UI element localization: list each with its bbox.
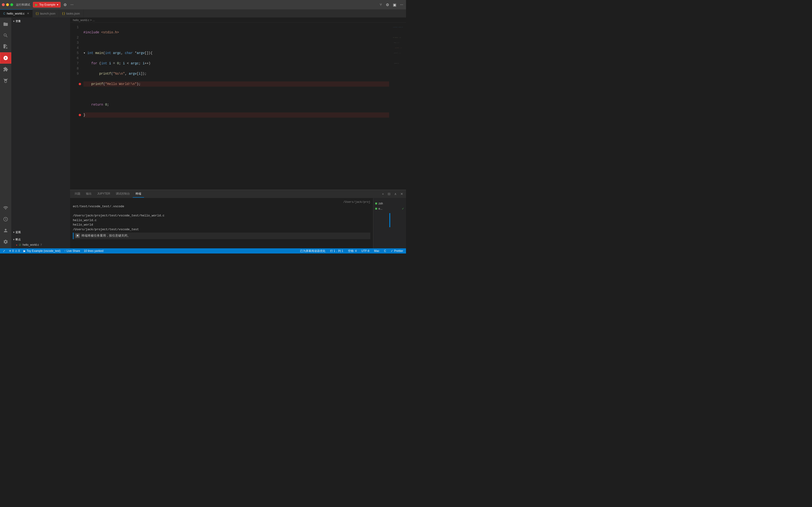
warning-asterisk-icon: ✱ [75, 233, 80, 238]
terminal-zsh-item[interactable]: zsh [373, 201, 406, 206]
activity-search[interactable] [0, 30, 11, 41]
variables-label: 变量 [15, 19, 21, 23]
activity-run-debug[interactable] [0, 52, 11, 64]
prettier-label: Prettier [394, 249, 403, 252]
code-line-8: return 0; [84, 102, 389, 107]
variables-section: ▾ 变量 [11, 17, 70, 25]
terminal-line-3: /Users/jack/project/test/vscode_test/hel… [73, 213, 370, 218]
activity-extensions[interactable] [0, 64, 11, 75]
split-terminal-icon[interactable]: ⊟ [387, 191, 392, 196]
tab-launch-json-label: launch.json [40, 12, 55, 15]
variables-header[interactable]: ▾ 变量 [11, 18, 70, 24]
more-icon[interactable]: ··· [399, 2, 404, 8]
tab-tasks-json-label: tasks.json [66, 12, 80, 15]
run-debug-label: 运行和调试 [16, 3, 30, 7]
minimap: #include <stdio.h> int main(...){ for(..… [392, 23, 406, 190]
terminal-path-right: /Users/jack/proj [73, 200, 370, 204]
panel-tab-output[interactable]: 输出 [83, 190, 94, 198]
watch-section: ▾ 监视 [11, 229, 70, 236]
activity-account[interactable] [0, 225, 11, 236]
close-traffic-light[interactable] [2, 3, 5, 6]
code-line-5: printf("%s\n", argv[i]); [84, 71, 389, 76]
tab-hello-world-c[interactable]: C hello_world.c ✕ [0, 9, 33, 17]
activity-monitor[interactable] [0, 202, 11, 214]
watch-header[interactable]: ▾ 监视 [11, 230, 70, 235]
activity-explorer[interactable] [0, 18, 11, 30]
more-options-icon[interactable]: ··· [69, 2, 74, 8]
status-screen-reader[interactable]: 已为屏幕阅读器优化 [299, 249, 326, 253]
terminal-line-4: hello_world.c [73, 218, 370, 223]
status-encoding[interactable]: UTF-8 [360, 249, 370, 252]
status-live-share[interactable]: ↑ Live Share [63, 249, 81, 252]
breakpoint-dot-9 [79, 114, 81, 116]
breadcrumb-path: hello_world.c > ... [73, 18, 95, 22]
screen-reader-label: 已为屏幕阅读器优化 [300, 249, 325, 253]
terminal-line-6: /Users/jack/project/test/vscode_test [73, 227, 370, 232]
activity-source2[interactable] [0, 214, 11, 225]
main-layout: ▾ 变量 ▾ 监视 ▾ 断点 ● ☑ hello_world.c 7 [0, 17, 406, 248]
terminal-sidebar: zsh e... ✓ [373, 198, 406, 248]
activity-source-control[interactable] [0, 41, 11, 52]
encoding-label: UTF-8 [361, 249, 369, 252]
panel-tab-problems[interactable]: 问题 [72, 190, 83, 198]
c-file-icon: C [3, 12, 5, 15]
breakpoint-filename: hello_world.c [22, 243, 39, 246]
terminal-check-icon: ✓ [402, 207, 404, 210]
terminal-area: /Users/jack/proj ect/test/vscode_test/.v… [70, 198, 406, 248]
maximize-traffic-light[interactable] [10, 3, 13, 6]
settings-icon[interactable]: ⚙ [385, 2, 390, 8]
status-language[interactable]: C [383, 249, 387, 252]
position-label: 行 1，列 1 [330, 249, 343, 253]
minimize-traffic-light[interactable] [6, 3, 9, 6]
activity-test[interactable] [0, 75, 11, 86]
terminal-e-label: e... [378, 207, 383, 210]
panel-tab-jupyter[interactable]: JUPYTER [94, 190, 113, 197]
json-file-icon-2: { } [62, 12, 65, 15]
title-bar-left: 运行和调试 ▶ Toy Example ▾ ⚙ ··· [2, 2, 74, 8]
warning-icon: ⚠ [15, 249, 17, 252]
activity-settings[interactable] [0, 236, 11, 247]
code-editor[interactable]: 1 2 3 4 5 6 7 8 9 #include <stdio.h> ▾ i… [70, 23, 406, 190]
live-share-label: Live Share [66, 249, 80, 252]
terminal-zsh-label: zsh [378, 202, 383, 205]
svg-point-0 [6, 47, 7, 49]
branch-icon[interactable]: ⑂ [379, 2, 383, 8]
close-panel-icon[interactable]: ✕ [399, 191, 404, 196]
variables-chevron: ▾ [13, 20, 14, 22]
editor-area: hello_world.c > ... 1 2 3 4 5 6 7 8 9 #i… [70, 17, 406, 248]
maximize-panel-icon[interactable]: ∧ [393, 191, 398, 196]
terminal-e-item[interactable]: e... ✓ [373, 206, 406, 211]
json-file-icon: { } [36, 12, 39, 15]
settings-gear-icon[interactable]: ⚙ [62, 2, 68, 8]
terminal-sidebar-header [373, 199, 406, 201]
panel-tab-debug-console[interactable]: 调试控制台 [113, 190, 133, 198]
breakpoints-header[interactable]: ▾ 断点 [11, 237, 70, 242]
panel-tab-terminal[interactable]: 终端 [133, 190, 144, 198]
code-line-3: ▾ int main(int argc, char *argv[]){ [84, 50, 389, 56]
terminal-warning-text: 终端将被任务重用，按任意键关闭。 [82, 233, 131, 238]
status-eol[interactable]: Mac [373, 249, 380, 252]
layout-icon[interactable]: ▣ [392, 2, 397, 8]
tab-close-icon[interactable]: ✕ [27, 12, 29, 15]
status-remote[interactable]: ⤤ [2, 249, 6, 252]
status-toy-example[interactable]: ▶ Toy Example (vscode_test) [22, 249, 61, 252]
run-config-button[interactable]: ▶ Toy Example ▾ [33, 2, 61, 7]
add-terminal-icon[interactable]: + [381, 191, 385, 196]
status-position[interactable]: 行 1，列 1 [329, 249, 344, 253]
terminal-dot [375, 203, 377, 205]
error-icon: ✕ [9, 249, 11, 252]
breakpoint-item[interactable]: ● ☑ hello_world.c 7 [11, 242, 70, 247]
status-prettier[interactable]: ✓ Prettier [390, 249, 404, 252]
terminal-main[interactable]: /Users/jack/proj ect/test/vscode_test/.v… [70, 198, 373, 248]
tab-launch-json[interactable]: { } launch.json [33, 9, 59, 17]
terminal-line-5: hello_world [73, 223, 370, 227]
status-errors[interactable]: ✕ 0 ⚠ 0 [8, 249, 21, 252]
breakpoint-line: 7 [40, 243, 42, 246]
code-content[interactable]: #include <stdio.h> ▾ int main(int argc, … [81, 23, 392, 190]
terminal-line-1: ect/test/vscode_test/.vscode [73, 204, 370, 209]
terminal-scrollbar[interactable] [389, 213, 390, 227]
tab-tasks-json[interactable]: { } tasks.json [59, 9, 84, 17]
status-spaces[interactable]: 空格: 4 [347, 249, 358, 253]
eol-label: Mac [374, 249, 379, 252]
language-label: C [384, 249, 386, 252]
